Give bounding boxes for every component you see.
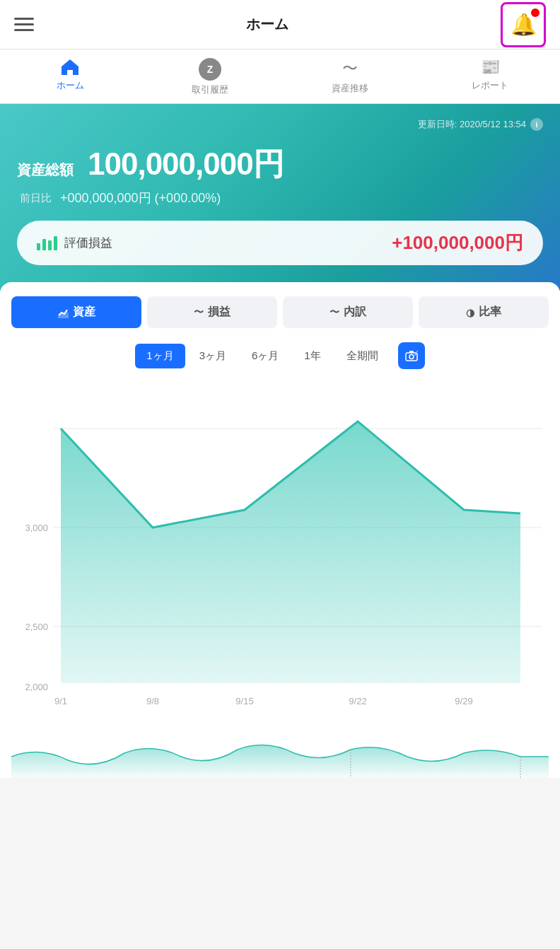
tab-asset-label: 資産 bbox=[73, 305, 95, 320]
trend-icon: 〜 bbox=[342, 58, 358, 79]
tab-asset[interactable]: 資産 bbox=[11, 296, 141, 328]
notification-bell-button[interactable]: 🔔 bbox=[501, 2, 546, 47]
period-1m[interactable]: 1ヶ月 bbox=[135, 344, 185, 368]
x-label-98: 9/8 bbox=[146, 696, 159, 706]
ratio-tab-icon: ◑ bbox=[466, 307, 474, 318]
x-label-91: 9/1 bbox=[54, 696, 67, 706]
tab-ratio[interactable]: ◑ 比率 bbox=[419, 296, 549, 328]
eval-value: +100,000,000円 bbox=[392, 231, 523, 255]
tab-report[interactable]: 📰 レポート bbox=[420, 50, 560, 103]
tab-home[interactable]: ホーム bbox=[0, 50, 140, 103]
menu-button[interactable] bbox=[14, 18, 34, 31]
asset-tab-icon bbox=[57, 307, 69, 318]
eval-label: 評価損益 bbox=[64, 235, 112, 251]
svg-text:+: + bbox=[416, 350, 418, 355]
page-title: ホーム bbox=[246, 15, 288, 34]
period-1y[interactable]: 1年 bbox=[293, 344, 332, 368]
tab-asset-trend[interactable]: 〜 資産推移 bbox=[280, 50, 420, 103]
x-label-922: 9/22 bbox=[349, 696, 366, 706]
info-icon[interactable]: i bbox=[530, 118, 543, 131]
profit-tab-icon: 〜 bbox=[194, 306, 204, 319]
x-label-929: 9/29 bbox=[455, 696, 472, 706]
period-6m[interactable]: 6ヶ月 bbox=[240, 344, 290, 368]
update-time-row: 更新日時: 2020/5/12 13:54 i bbox=[17, 118, 543, 131]
change-label: 前日比 bbox=[20, 192, 52, 205]
y-label-3000: 3,000 bbox=[25, 523, 48, 533]
app-header: ホーム 🔔 bbox=[0, 0, 560, 50]
tab-profit[interactable]: 〜 損益 bbox=[147, 296, 277, 328]
bar-chart-icon bbox=[37, 236, 57, 250]
asset-change-row: 前日比 +000,000,000円 (+000.00%) bbox=[17, 190, 543, 206]
home-icon bbox=[60, 58, 80, 76]
tab-asset-trend-label: 資産推移 bbox=[332, 82, 368, 95]
tab-breakdown-label: 内訳 bbox=[344, 305, 366, 320]
asset-row: 資産総額 100,000,000円 bbox=[17, 144, 543, 185]
period-3m[interactable]: 3ヶ月 bbox=[188, 344, 238, 368]
svg-point-2 bbox=[409, 355, 414, 359]
area-fill bbox=[61, 421, 520, 683]
x-label-915: 9/15 bbox=[235, 696, 253, 706]
tab-profit-label: 損益 bbox=[208, 305, 231, 320]
tab-breakdown[interactable]: 〜 内訳 bbox=[283, 296, 413, 328]
tab-ratio-label: 比率 bbox=[479, 305, 501, 320]
tab-trade-label: 取引履歴 bbox=[192, 83, 228, 96]
main-chart: 3,000 2,500 2,000 9/1 9/8 9/15 9/22 9/29 bbox=[11, 386, 549, 728]
screenshot-button[interactable]: + bbox=[398, 342, 425, 369]
svg-rect-3 bbox=[409, 351, 414, 353]
change-value: +000,000,000円 (+000.00%) bbox=[60, 190, 221, 206]
period-all[interactable]: 全期間 bbox=[335, 344, 390, 368]
notification-dot bbox=[531, 8, 539, 17]
tab-bar: ホーム Z 取引履歴 〜 資産推移 📰 レポート bbox=[0, 50, 560, 104]
chart-svg: 3,000 2,500 2,000 9/1 9/8 9/15 9/22 9/29 bbox=[11, 386, 549, 726]
tab-trade[interactable]: Z 取引履歴 bbox=[140, 50, 280, 103]
camera-icon: + bbox=[405, 350, 418, 361]
period-row: 1ヶ月 3ヶ月 6ヶ月 1年 全期間 + bbox=[11, 342, 549, 369]
svg-marker-0 bbox=[57, 310, 69, 318]
tab-home-label: ホーム bbox=[57, 79, 84, 92]
chart-section: 資産 〜 損益 〜 内訳 ◑ 比率 1ヶ月 3ヶ月 6ヶ月 1年 全期間 + bbox=[0, 282, 560, 778]
breakdown-tab-icon: 〜 bbox=[329, 306, 339, 319]
y-label-2000: 2,000 bbox=[25, 682, 48, 692]
asset-label: 資産総額 bbox=[17, 161, 74, 180]
mini-chart-svg bbox=[11, 735, 549, 778]
mini-chart bbox=[11, 735, 549, 778]
report-icon: 📰 bbox=[481, 58, 500, 76]
chart-tab-row: 資産 〜 損益 〜 内訳 ◑ 比率 bbox=[11, 296, 549, 328]
asset-value: 100,000,000円 bbox=[88, 144, 284, 185]
update-time-text: 更新日時: 2020/5/12 13:54 bbox=[418, 118, 526, 131]
y-label-2500: 2,500 bbox=[25, 622, 48, 632]
eval-left: 評価損益 bbox=[37, 235, 112, 251]
tab-report-label: レポート bbox=[472, 79, 508, 92]
eval-box[interactable]: 評価損益 +100,000,000円 bbox=[17, 221, 543, 265]
hero-section: 更新日時: 2020/5/12 13:54 i 資産総額 100,000,000… bbox=[0, 104, 560, 291]
trade-icon: Z bbox=[199, 58, 221, 81]
